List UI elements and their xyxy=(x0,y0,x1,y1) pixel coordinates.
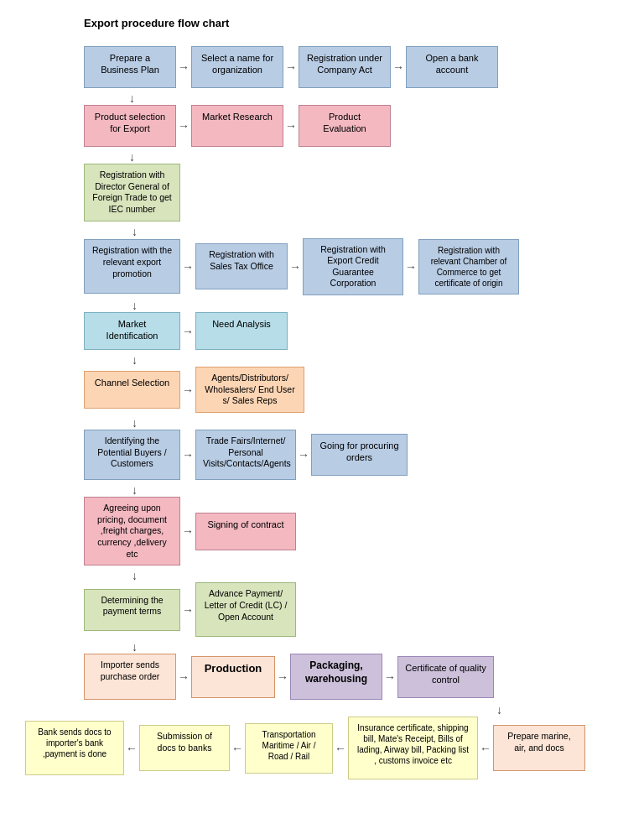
arrow-r6: → xyxy=(180,260,195,274)
arrow-r5: → xyxy=(283,119,299,133)
box-market-identification: Market Identification xyxy=(84,312,180,350)
row1: Prepare a Business Plan → Select a name … xyxy=(84,46,627,88)
arrow-r18: ← xyxy=(124,742,139,755)
arrow-down-10: ↓ xyxy=(84,703,627,717)
box-product-selection: Product selection for Export xyxy=(84,105,176,147)
box-iec-number: Registration with Director General of Fo… xyxy=(84,164,180,222)
box-export-promotion: Registration with the relevant export pr… xyxy=(84,239,180,294)
box-agreeing-pricing: Agreeing upon pricing, document ,freight… xyxy=(84,497,180,566)
row7: Identifying the Potential Buyers / Custo… xyxy=(84,430,627,480)
box-payment-terms: Determining the payment terms xyxy=(84,589,180,631)
arrow-r2: → xyxy=(283,60,299,74)
box-importer-purchase: Importer sends purchase order xyxy=(84,654,176,700)
box-select-name: Select a name for organization xyxy=(191,46,283,88)
arrow-r12: → xyxy=(296,448,311,461)
arrow-r1: → xyxy=(176,60,191,74)
arrow-r15: → xyxy=(176,670,191,684)
arrow-r13: → xyxy=(180,524,195,538)
arrow-down-2: ↓ xyxy=(84,150,627,164)
arrow-r14: → xyxy=(180,603,195,617)
box-sales-tax: Registration with Sales Tax Office xyxy=(195,243,288,289)
box-trade-fairs: Trade Fairs/Internet/ Personal Visits/Co… xyxy=(195,430,296,480)
page-title: Export procedure flow chart xyxy=(84,17,627,29)
box-transportation: Transportation Maritime / Air / Road / R… xyxy=(245,723,333,774)
arrow-r8: → xyxy=(403,260,418,274)
box-need-analysis: Need Analysis xyxy=(195,312,288,350)
arrow-down-7: ↓ xyxy=(84,483,627,497)
row9: Determining the payment terms → Advance … xyxy=(84,582,627,637)
box-insurance-cert: Insurance certificate, shipping bill, Ma… xyxy=(348,717,478,779)
arrow-r20: ← xyxy=(333,742,348,755)
box-product-evaluation: Product Evaluation xyxy=(299,105,391,147)
box-channel-selection: Channel Selection xyxy=(84,371,180,409)
row11: Bank sends docs to importer's bank ,paym… xyxy=(17,717,644,779)
arrow-r4: → xyxy=(176,119,191,133)
box-prepare-marine: Prepare marine, air, and docs xyxy=(493,725,585,771)
box-signing-contract: Signing of contract xyxy=(195,513,296,550)
box-identifying-buyers: Identifying the Potential Buyers / Custo… xyxy=(84,430,180,480)
box-prepare-business-plan: Prepare a Business Plan xyxy=(84,46,176,88)
arrow-r11: → xyxy=(180,448,195,461)
arrow-down-8: ↓ xyxy=(84,569,627,582)
box-production: Production xyxy=(191,656,275,698)
row8: Agreeing upon pricing, document ,freight… xyxy=(84,497,627,566)
row6: Channel Selection → Agents/Distributors/… xyxy=(84,367,627,413)
box-market-research: Market Research xyxy=(191,105,283,147)
box-bank-sends: Bank sends docs to importer's bank ,paym… xyxy=(25,721,124,775)
arrow-r9: → xyxy=(180,325,195,338)
arrow-down-1: ↓ xyxy=(84,91,627,105)
row5: Market Identification → Need Analysis xyxy=(84,312,627,350)
arrow-r7: → xyxy=(288,260,303,274)
arrow-down-5: ↓ xyxy=(84,353,627,367)
row2: Product selection for Export → Market Re… xyxy=(84,105,627,147)
arrow-r21: ← xyxy=(478,742,493,755)
arrow-down-4: ↓ xyxy=(84,299,627,312)
row3: Registration with Director General of Fo… xyxy=(84,164,627,222)
arrow-r16: → xyxy=(275,670,290,684)
row4: Registration with the relevant export pr… xyxy=(84,238,627,296)
box-registration-company-act: Registration under Company Act xyxy=(299,46,391,88)
box-quality-control: Certificate of quality control xyxy=(397,656,494,698)
box-chamber-commerce: Registration with relevant Chamber of Co… xyxy=(418,239,519,295)
row10: Importer sends purchase order → Producti… xyxy=(84,654,627,700)
box-advance-payment: Advance Payment/ Letter of Credit (LC) /… xyxy=(195,582,296,637)
box-procuring-orders: Going for procuring orders xyxy=(311,434,408,476)
flowchart: Prepare a Business Plan → Select a name … xyxy=(84,46,627,779)
arrow-r19: ← xyxy=(230,742,245,755)
arrow-r3: → xyxy=(391,60,406,74)
arrow-r10: → xyxy=(180,383,195,397)
arrow-down-6: ↓ xyxy=(84,416,627,430)
box-agents-distributors: Agents/Distributors/ Wholesalers/ End Us… xyxy=(195,367,304,413)
arrow-down-3: ↓ xyxy=(84,225,627,238)
arrow-down-9: ↓ xyxy=(84,640,627,654)
box-ecgc: Registration with Export Credit Guarante… xyxy=(303,238,403,296)
box-submission-docs: Submission of docs to banks xyxy=(139,725,230,771)
arrow-r17: → xyxy=(382,670,397,684)
box-packaging: Packaging, warehousing xyxy=(290,654,382,700)
box-open-bank: Open a bank account xyxy=(406,46,498,88)
